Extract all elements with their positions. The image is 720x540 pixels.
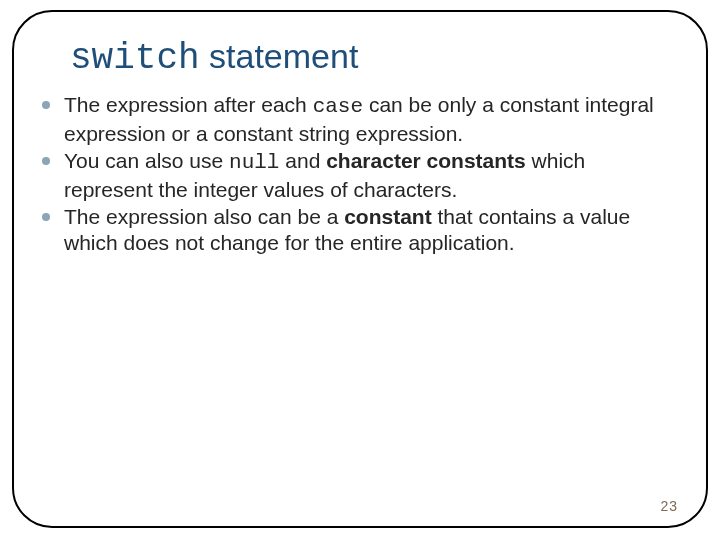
text-run: The expression after each <box>64 93 313 116</box>
bullet-list: The expression after each case can be on… <box>42 92 678 257</box>
slide-title: switch statement <box>70 36 678 80</box>
text-run: case <box>313 95 363 118</box>
title-rest: statement <box>200 37 359 75</box>
bullet-icon <box>42 101 50 109</box>
text-run: and <box>279 149 326 172</box>
text-run: character constants <box>326 149 526 172</box>
slide: switch statement The expression after ea… <box>0 0 720 540</box>
bullet-text: The expression also can be a constant th… <box>64 205 630 254</box>
title-code: switch <box>70 38 200 79</box>
bullet-icon <box>42 157 50 165</box>
text-run: constant <box>344 205 432 228</box>
list-item: You can also use null and character cons… <box>42 148 670 203</box>
bullet-icon <box>42 213 50 221</box>
bullet-text: You can also use null and character cons… <box>64 149 585 200</box>
page-number: 23 <box>660 498 678 514</box>
bullet-text: The expression after each case can be on… <box>64 93 654 144</box>
slide-frame: switch statement The expression after ea… <box>12 10 708 528</box>
list-item: The expression after each case can be on… <box>42 92 670 147</box>
text-run: The expression also can be a <box>64 205 344 228</box>
list-item: The expression also can be a constant th… <box>42 204 670 257</box>
text-run: You can also use <box>64 149 229 172</box>
text-run: null <box>229 151 279 174</box>
